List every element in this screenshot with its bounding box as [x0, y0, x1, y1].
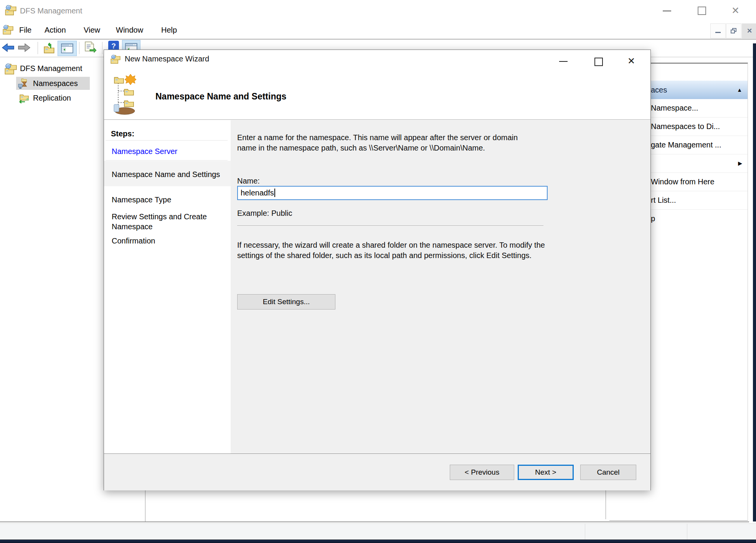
submenu-icon: ▶: [738, 154, 742, 172]
actions-header-label: aces: [651, 86, 667, 94]
window-title: DFS Management: [20, 0, 82, 22]
menubar-divider: [0, 39, 756, 40]
dfs-root-icon: [4, 62, 18, 76]
status-separator: [585, 524, 585, 540]
close-icon[interactable]: ✕: [731, 5, 739, 16]
step-namespace-server[interactable]: Namespace Server: [112, 147, 177, 156]
child-close-icon: ✕: [747, 27, 752, 35]
screen-edge-strip: [753, 43, 756, 521]
menu-window[interactable]: Window: [116, 22, 143, 39]
maximize-icon[interactable]: [698, 7, 706, 15]
text-caret: [274, 189, 275, 197]
dialog-title: New Namespace Wizard: [125, 50, 209, 68]
menu-file[interactable]: File: [19, 22, 31, 39]
status-bar: [0, 523, 756, 540]
restore-icon: [731, 28, 737, 34]
shared-folder-note: If necessary, the wizard will create a s…: [237, 240, 550, 261]
step-namespace-type: Namespace Type: [112, 195, 171, 204]
step-namespace-name-settings: Namespace Name and Settings: [112, 170, 220, 179]
new-namespace-wizard-dialog: New Namespace Wizard ✕ Namespace Name an…: [104, 50, 651, 490]
namespaces-icon: [18, 78, 30, 91]
example-text: Example: Public: [237, 208, 292, 219]
console-tree-toggle-button[interactable]: [58, 41, 77, 56]
step-review-settings: Review Settings and Create Namespace: [112, 212, 219, 232]
namespace-name-value: helenadfs: [241, 189, 274, 197]
console-icon: [2, 24, 14, 36]
child-close-button[interactable]: ✕: [742, 23, 756, 38]
next-button[interactable]: Next >: [518, 465, 574, 480]
up-level-icon[interactable]: [43, 42, 56, 55]
tree-item-namespaces[interactable]: Namespaces: [33, 77, 78, 90]
name-label: Name:: [237, 176, 260, 186]
wizard-page-title: Namespace Name and Settings: [155, 91, 286, 102]
dialog-maximize-icon[interactable]: [594, 58, 603, 66]
steps-rule: [106, 160, 228, 161]
desktop: DFS Management ✕ File Action View Window…: [0, 0, 756, 543]
steps-heading: Steps:: [111, 129, 134, 138]
panes-bottom-border: [0, 521, 749, 522]
child-restore-button[interactable]: [726, 23, 741, 38]
taskbar-edge: [0, 540, 756, 543]
menu-help[interactable]: Help: [161, 22, 177, 39]
forward-icon[interactable]: [18, 43, 31, 54]
steps-rule: [106, 140, 228, 141]
menu-action[interactable]: Action: [45, 22, 66, 39]
toolbar-separator: [79, 42, 79, 54]
menu-view[interactable]: View: [84, 22, 100, 39]
export-list-icon[interactable]: [84, 41, 97, 56]
tree-item-dfs-management[interactable]: DFS Management: [20, 62, 82, 74]
replication-icon: [18, 93, 30, 105]
wizard-intro-text: Enter a name for the namespace. This nam…: [237, 132, 523, 153]
edit-settings-button[interactable]: Edit Settings...: [237, 294, 335, 310]
console-tree-icon: [61, 43, 73, 53]
cancel-button[interactable]: Cancel: [580, 465, 636, 480]
collapse-icon[interactable]: ▲: [737, 81, 742, 99]
steps-pane: Steps: Namespace Server Namespace Name a…: [104, 120, 231, 454]
minimize-icon[interactable]: [663, 10, 671, 12]
back-icon[interactable]: [2, 43, 15, 54]
tree-item-replication[interactable]: Replication: [33, 91, 71, 104]
toolbar-separator: [102, 42, 102, 54]
previous-button[interactable]: < Previous: [450, 465, 514, 480]
step-confirmation: Confirmation: [112, 237, 155, 245]
dialog-close-icon[interactable]: ✕: [627, 56, 635, 66]
toolbar-separator: [38, 42, 38, 54]
content-divider: [237, 225, 543, 226]
wizard-content-pane: [231, 120, 650, 454]
child-minimize-button[interactable]: [710, 23, 726, 38]
status-separator: [687, 524, 687, 540]
dialog-minimize-icon[interactable]: [559, 61, 568, 62]
namespace-name-input[interactable]: helenadfs: [237, 186, 548, 200]
app-icon: [5, 4, 17, 17]
wizard-header-icon: [113, 74, 141, 117]
dialog-icon: [110, 54, 121, 65]
